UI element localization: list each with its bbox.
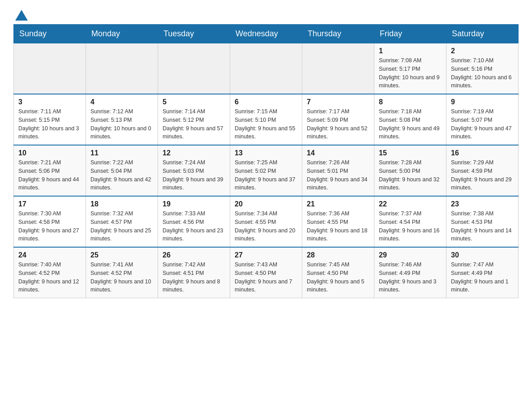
- day-number: 12: [163, 149, 225, 157]
- calendar-cell: 27Sunrise: 7:43 AMSunset: 4:50 PMDayligh…: [230, 247, 302, 298]
- day-number: 19: [163, 200, 225, 208]
- day-number: 15: [379, 149, 442, 157]
- day-number: 9: [451, 98, 514, 106]
- logo: [13, 9, 28, 20]
- day-number: 27: [235, 251, 297, 259]
- day-info: Sunrise: 7:38 AMSunset: 4:53 PMDaylight:…: [451, 210, 514, 243]
- calendar-cell: 2Sunrise: 7:10 AMSunset: 5:16 PMDaylight…: [446, 43, 519, 94]
- calendar-cell: 19Sunrise: 7:33 AMSunset: 4:56 PMDayligh…: [158, 196, 230, 247]
- weekday-header-row: SundayMondayTuesdayWednesdayThursdayFrid…: [14, 25, 519, 43]
- svg-marker-0: [15, 10, 28, 21]
- day-number: 8: [379, 98, 442, 106]
- day-info: Sunrise: 7:45 AMSunset: 4:50 PMDaylight:…: [307, 261, 369, 294]
- day-info: Sunrise: 7:40 AMSunset: 4:52 PMDaylight:…: [18, 261, 81, 294]
- calendar-cell: 22Sunrise: 7:37 AMSunset: 4:54 PMDayligh…: [374, 196, 446, 247]
- logo-triangle-icon: [15, 10, 28, 21]
- calendar-cell: 12Sunrise: 7:24 AMSunset: 5:03 PMDayligh…: [158, 145, 230, 196]
- day-number: 20: [235, 200, 297, 208]
- calendar-cell: [158, 43, 230, 94]
- day-info: Sunrise: 7:32 AMSunset: 4:57 PMDaylight:…: [90, 210, 153, 243]
- day-info: Sunrise: 7:29 AMSunset: 4:59 PMDaylight:…: [451, 158, 514, 192]
- calendar-cell: 3Sunrise: 7:11 AMSunset: 5:15 PMDaylight…: [14, 94, 86, 145]
- day-number: 21: [307, 200, 369, 208]
- day-info: Sunrise: 7:41 AMSunset: 4:52 PMDaylight:…: [90, 261, 153, 294]
- day-number: 3: [18, 98, 81, 106]
- day-info: Sunrise: 7:25 AMSunset: 5:02 PMDaylight:…: [235, 158, 297, 192]
- day-info: Sunrise: 7:46 AMSunset: 4:49 PMDaylight:…: [379, 261, 442, 294]
- weekday-header-thursday: Thursday: [302, 25, 374, 43]
- day-info: Sunrise: 7:33 AMSunset: 4:56 PMDaylight:…: [163, 210, 225, 243]
- weekday-header-friday: Friday: [374, 25, 446, 43]
- day-info: Sunrise: 7:15 AMSunset: 5:10 PMDaylight:…: [235, 107, 297, 141]
- calendar-cell: 5Sunrise: 7:14 AMSunset: 5:12 PMDaylight…: [158, 94, 230, 145]
- weekday-header-sunday: Sunday: [14, 25, 86, 43]
- day-number: 6: [235, 98, 297, 106]
- calendar-cell: 18Sunrise: 7:32 AMSunset: 4:57 PMDayligh…: [86, 196, 158, 247]
- page-header: [13, 9, 519, 20]
- calendar-cell: 23Sunrise: 7:38 AMSunset: 4:53 PMDayligh…: [446, 196, 519, 247]
- calendar-cell: 26Sunrise: 7:42 AMSunset: 4:51 PMDayligh…: [158, 247, 230, 298]
- day-info: Sunrise: 7:11 AMSunset: 5:15 PMDaylight:…: [18, 107, 81, 141]
- calendar-cell: 13Sunrise: 7:25 AMSunset: 5:02 PMDayligh…: [230, 145, 302, 196]
- day-number: 22: [379, 200, 442, 208]
- day-info: Sunrise: 7:28 AMSunset: 5:00 PMDaylight:…: [379, 158, 442, 192]
- day-info: Sunrise: 7:14 AMSunset: 5:12 PMDaylight:…: [163, 107, 225, 141]
- calendar-cell: [230, 43, 302, 94]
- day-number: 10: [18, 149, 81, 157]
- calendar-cell: 7Sunrise: 7:17 AMSunset: 5:09 PMDaylight…: [302, 94, 374, 145]
- day-number: 14: [307, 149, 369, 157]
- calendar-cell: 10Sunrise: 7:21 AMSunset: 5:06 PMDayligh…: [14, 145, 86, 196]
- calendar-week-row: 17Sunrise: 7:30 AMSunset: 4:58 PMDayligh…: [14, 196, 519, 247]
- day-info: Sunrise: 7:12 AMSunset: 5:13 PMDaylight:…: [90, 107, 153, 141]
- calendar-cell: [302, 43, 374, 94]
- calendar-cell: 4Sunrise: 7:12 AMSunset: 5:13 PMDaylight…: [86, 94, 158, 145]
- calendar-cell: 20Sunrise: 7:34 AMSunset: 4:55 PMDayligh…: [230, 196, 302, 247]
- day-number: 25: [90, 251, 153, 259]
- calendar-week-row: 1Sunrise: 7:08 AMSunset: 5:17 PMDaylight…: [14, 43, 519, 94]
- day-number: 4: [90, 98, 153, 106]
- day-info: Sunrise: 7:30 AMSunset: 4:58 PMDaylight:…: [18, 210, 81, 243]
- calendar-cell: 17Sunrise: 7:30 AMSunset: 4:58 PMDayligh…: [14, 196, 86, 247]
- calendar-cell: 21Sunrise: 7:36 AMSunset: 4:55 PMDayligh…: [302, 196, 374, 247]
- calendar-cell: 29Sunrise: 7:46 AMSunset: 4:49 PMDayligh…: [374, 247, 446, 298]
- day-number: 2: [451, 47, 514, 55]
- calendar-cell: 15Sunrise: 7:28 AMSunset: 5:00 PMDayligh…: [374, 145, 446, 196]
- day-number: 28: [307, 251, 369, 259]
- weekday-header-wednesday: Wednesday: [230, 25, 302, 43]
- weekday-header-tuesday: Tuesday: [158, 25, 230, 43]
- day-info: Sunrise: 7:36 AMSunset: 4:55 PMDaylight:…: [307, 210, 369, 243]
- day-number: 23: [451, 200, 514, 208]
- day-info: Sunrise: 7:26 AMSunset: 5:01 PMDaylight:…: [307, 158, 369, 192]
- day-info: Sunrise: 7:10 AMSunset: 5:16 PMDaylight:…: [451, 56, 514, 90]
- day-number: 5: [163, 98, 225, 106]
- calendar-cell: 14Sunrise: 7:26 AMSunset: 5:01 PMDayligh…: [302, 145, 374, 196]
- calendar-cell: 8Sunrise: 7:18 AMSunset: 5:08 PMDaylight…: [374, 94, 446, 145]
- calendar-cell: 28Sunrise: 7:45 AMSunset: 4:50 PMDayligh…: [302, 247, 374, 298]
- day-number: 29: [379, 251, 442, 259]
- calendar-cell: 1Sunrise: 7:08 AMSunset: 5:17 PMDaylight…: [374, 43, 446, 94]
- day-info: Sunrise: 7:18 AMSunset: 5:08 PMDaylight:…: [379, 107, 442, 141]
- calendar-table: SundayMondayTuesdayWednesdayThursdayFrid…: [13, 24, 519, 298]
- weekday-header-saturday: Saturday: [446, 25, 519, 43]
- day-info: Sunrise: 7:42 AMSunset: 4:51 PMDaylight:…: [163, 261, 225, 294]
- calendar-cell: 6Sunrise: 7:15 AMSunset: 5:10 PMDaylight…: [230, 94, 302, 145]
- day-number: 7: [307, 98, 369, 106]
- day-number: 30: [451, 251, 514, 259]
- day-info: Sunrise: 7:34 AMSunset: 4:55 PMDaylight:…: [235, 210, 297, 243]
- day-number: 16: [451, 149, 514, 157]
- day-number: 17: [18, 200, 81, 208]
- day-number: 13: [235, 149, 297, 157]
- day-info: Sunrise: 7:19 AMSunset: 5:07 PMDaylight:…: [451, 107, 514, 141]
- calendar-week-row: 24Sunrise: 7:40 AMSunset: 4:52 PMDayligh…: [14, 247, 519, 298]
- day-number: 11: [90, 149, 153, 157]
- calendar-cell: 16Sunrise: 7:29 AMSunset: 4:59 PMDayligh…: [446, 145, 519, 196]
- calendar-cell: 24Sunrise: 7:40 AMSunset: 4:52 PMDayligh…: [14, 247, 86, 298]
- day-info: Sunrise: 7:47 AMSunset: 4:49 PMDaylight:…: [451, 261, 514, 294]
- calendar-cell: [14, 43, 86, 94]
- day-info: Sunrise: 7:08 AMSunset: 5:17 PMDaylight:…: [379, 56, 442, 90]
- day-info: Sunrise: 7:43 AMSunset: 4:50 PMDaylight:…: [235, 261, 297, 294]
- weekday-header-monday: Monday: [86, 25, 158, 43]
- day-number: 18: [90, 200, 153, 208]
- calendar-week-row: 3Sunrise: 7:11 AMSunset: 5:15 PMDaylight…: [14, 94, 519, 145]
- day-info: Sunrise: 7:17 AMSunset: 5:09 PMDaylight:…: [307, 107, 369, 141]
